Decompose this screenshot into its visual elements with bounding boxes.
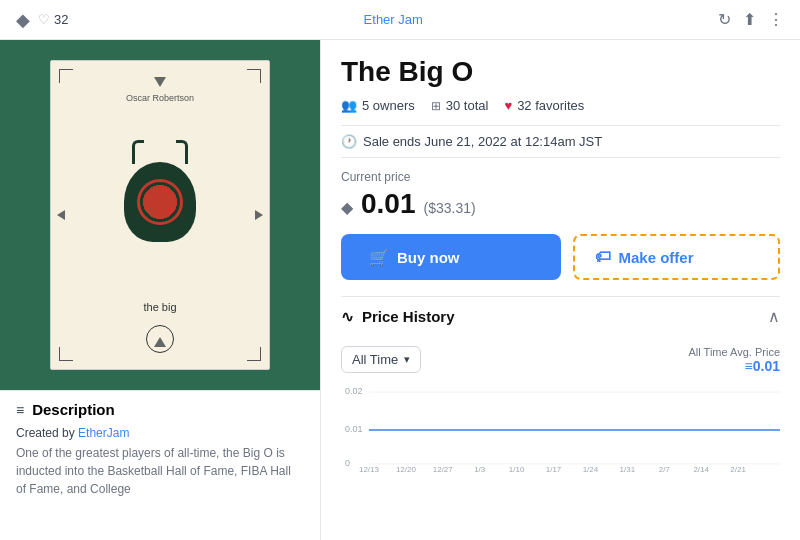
svg-text:1/10: 1/10	[509, 465, 525, 472]
nav-right: ↻ ⬆ ⋮	[718, 10, 784, 29]
time-select[interactable]: All Time ▾	[341, 346, 421, 373]
menu-icon: ≡	[16, 402, 24, 418]
brand-name[interactable]: Ether Jam	[364, 12, 423, 27]
wallet-icon: 🛒	[369, 248, 389, 267]
nft-art	[124, 103, 196, 301]
nav-left: ◆ ♡ 32	[16, 9, 68, 31]
right-panel: The Big O 👥 5 owners ⊞ 30 total ♥ 32 fav…	[320, 40, 800, 540]
figure	[124, 162, 196, 242]
svg-text:12/27: 12/27	[433, 465, 454, 472]
grid-icon: ⊞	[431, 99, 441, 113]
svg-text:2/14: 2/14	[693, 465, 709, 472]
price-history-title: ∿ Price History	[341, 308, 455, 326]
chevron-down-icon: ▾	[404, 353, 410, 366]
clock-icon: 🕐	[341, 134, 357, 149]
buy-now-button[interactable]: 🛒 Buy now	[341, 234, 561, 280]
desc-header: ≡ Description	[16, 401, 304, 418]
chart-svg: 0.02 0.01 0 12/13 12/20 12/27 1/3 1/10 1…	[341, 382, 780, 472]
price-label: Current price	[341, 170, 780, 184]
svg-text:1/3: 1/3	[474, 465, 486, 472]
nft-image-panel: Oscar Robertson the big	[0, 40, 320, 390]
price-usd: ($33.31)	[424, 200, 476, 216]
svg-text:1/17: 1/17	[546, 465, 562, 472]
svg-text:12/13: 12/13	[359, 465, 380, 472]
more-icon[interactable]: ⋮	[768, 10, 784, 29]
total-count: 30 total	[446, 98, 489, 113]
svg-text:12/20: 12/20	[396, 465, 417, 472]
svg-text:0: 0	[345, 458, 350, 468]
price-history-header: ∿ Price History ∧	[341, 296, 780, 336]
main-content: Oscar Robertson the big	[0, 40, 800, 540]
collapse-icon[interactable]: ∧	[768, 307, 780, 326]
corner-bl	[59, 347, 73, 361]
corner-br	[247, 347, 261, 361]
price-chart: 0.02 0.01 0 12/13 12/20 12/27 1/3 1/10 1…	[341, 382, 780, 472]
chart-controls: All Time ▾ All Time Avg. Price ≡0.01	[341, 346, 780, 374]
price-row: ◆ 0.01 ($33.31)	[341, 188, 780, 220]
avg-price-block: All Time Avg. Price ≡0.01	[689, 346, 781, 374]
favorites-count: 32 favorites	[517, 98, 584, 113]
eth-price-icon: ◆	[341, 198, 353, 217]
owners-meta: 👥 5 owners	[341, 98, 415, 113]
svg-text:0.02: 0.02	[345, 386, 362, 396]
svg-text:1/24: 1/24	[583, 465, 599, 472]
avg-price-value: ≡0.01	[689, 358, 781, 374]
card-author: Oscar Robertson	[126, 93, 194, 103]
antler-left	[132, 140, 144, 164]
desc-body: One of the greatest players of all-time,…	[16, 444, 304, 498]
sale-ends-text: Sale ends June 21, 2022 at 12:14am JST	[363, 134, 602, 149]
meta-row: 👥 5 owners ⊞ 30 total ♥ 32 favorites	[341, 98, 780, 113]
svg-text:1/31: 1/31	[620, 465, 636, 472]
nft-card: Oscar Robertson the big	[50, 60, 270, 370]
description-panel: ≡ Description Created by EtherJam One of…	[0, 390, 320, 540]
side-tri-right	[255, 210, 263, 220]
top-nav: ◆ ♡ 32 Ether Jam ↻ ⬆ ⋮	[0, 0, 800, 40]
corner-tr	[247, 69, 261, 83]
creator-line: Created by EtherJam	[16, 426, 304, 440]
section-title-text: Price History	[362, 308, 455, 325]
heart-icon: ♡	[38, 12, 50, 27]
creator-link[interactable]: EtherJam	[78, 426, 129, 440]
heart-count: ♡ 32	[38, 12, 68, 27]
svg-text:2/21: 2/21	[730, 465, 746, 472]
side-tri-left	[57, 210, 65, 220]
corner-tl	[59, 69, 73, 83]
share-icon[interactable]: ⬆	[743, 10, 756, 29]
eth-logo-icon: ◆	[16, 9, 30, 31]
bottom-triangle	[154, 337, 166, 347]
heart-fav-icon: ♥	[504, 98, 512, 113]
sale-info: 🕐 Sale ends June 21, 2022 at 12:14am JST	[341, 125, 780, 158]
make-offer-button[interactable]: 🏷 Make offer	[573, 234, 781, 280]
nft-card-title: the big	[143, 301, 176, 313]
desc-title-text: Description	[32, 401, 115, 418]
head-body	[124, 162, 196, 242]
nft-title: The Big O	[341, 56, 780, 88]
buy-label: Buy now	[397, 249, 460, 266]
refresh-icon[interactable]: ↻	[718, 10, 731, 29]
owners-count: 5 owners	[362, 98, 415, 113]
tag-icon: 🏷	[595, 248, 611, 266]
action-row: 🛒 Buy now 🏷 Make offer	[341, 234, 780, 280]
top-triangle-left	[154, 77, 166, 87]
svg-text:0.01: 0.01	[345, 424, 362, 434]
favorites-meta: ♥ 32 favorites	[504, 98, 584, 113]
big-o-circle	[137, 179, 183, 225]
chart-icon: ∿	[341, 308, 354, 326]
offer-label: Make offer	[619, 249, 694, 266]
avg-price-label: All Time Avg. Price	[689, 346, 781, 358]
heart-count-value: 32	[54, 12, 68, 27]
antler-right	[176, 140, 188, 164]
price-eth: 0.01	[361, 188, 416, 220]
svg-text:2/7: 2/7	[659, 465, 671, 472]
owners-icon: 👥	[341, 98, 357, 113]
time-select-label: All Time	[352, 352, 398, 367]
total-meta: ⊞ 30 total	[431, 98, 489, 113]
